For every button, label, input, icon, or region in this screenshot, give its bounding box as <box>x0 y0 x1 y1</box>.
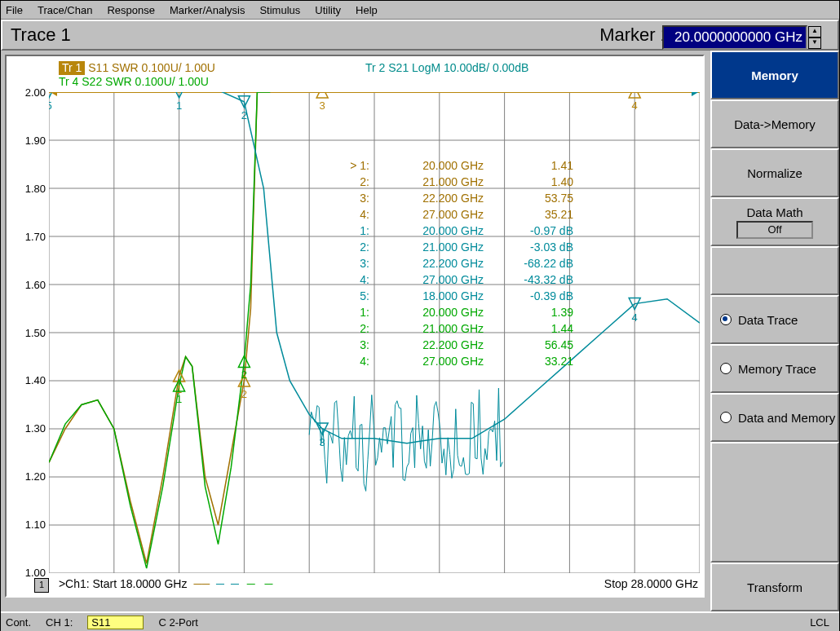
svg-text:1: 1 <box>176 99 182 112</box>
marker-readout-row: 2:21.000 GHz1.40 <box>337 174 573 190</box>
svg-text:5: 5 <box>49 99 52 112</box>
status-s11[interactable]: S11 <box>87 616 144 629</box>
softkey-column: Memory Data->Memory Normalize Data Math … <box>710 51 839 611</box>
start-freq-label: >Ch1: Start 18.0000 GHz <box>59 577 188 590</box>
plot-frame: Tr 1 S11 SWR 0.100U/ 1.00U Tr 4 S22 SWR … <box>5 55 705 598</box>
marker-readout-row: 3:22.200 GHz53.75 <box>337 190 573 206</box>
marker-readout-row: 2:21.000 GHz1.44 <box>337 320 573 337</box>
marker-readout-row: 1:20.000 GHz1.39 <box>337 304 573 320</box>
marker-readout-row: 4:27.000 GHz35.21 <box>337 206 573 223</box>
softkey-data-and-memory[interactable]: Data and Memory <box>710 393 839 442</box>
svg-text:4: 4 <box>632 99 638 112</box>
y-tick: 1.20 <box>13 470 46 483</box>
y-tick: 1.80 <box>13 183 46 195</box>
svg-text:2: 2 <box>241 109 247 121</box>
trace-legend-left: Tr 1 S11 SWR 0.100U/ 1.00U Tr 4 S22 SWR … <box>59 61 215 89</box>
radio-on-icon <box>720 314 732 325</box>
svg-text:1: 1 <box>176 393 182 405</box>
radio-off-icon <box>720 412 732 423</box>
radio-off-icon <box>720 363 732 374</box>
main-row: Tr 1 S11 SWR 0.100U/ 1.00U Tr 4 S22 SWR … <box>1 51 839 611</box>
status-ch: CH 1: <box>46 616 73 629</box>
softkey-empty-1 <box>710 246 839 295</box>
status-cont: Cont. <box>6 616 31 629</box>
status-port: C 2-Port <box>158 616 197 629</box>
marker-readout-row: 2:21.000 GHz-3.03 dB <box>337 239 573 255</box>
menu-file[interactable]: File <box>6 4 23 16</box>
marker-readout-row: 5:18.000 GHz-0.39 dB <box>337 288 573 304</box>
marker-value-field: ▲ ▼ <box>662 25 821 50</box>
softkey-data-trace[interactable]: Data Trace <box>710 295 839 344</box>
softkey-normalize[interactable]: Normalize <box>710 148 839 197</box>
tr1-legend: S11 SWR 0.100U/ 1.00U <box>88 61 215 74</box>
marker-readout-row: > 1:20.000 GHz1.41 <box>337 157 573 174</box>
tr2-legend: Tr 2 S21 LogM 10.00dB/ 0.00dB <box>365 61 528 74</box>
svg-text:3: 3 <box>320 436 325 448</box>
x-axis-info: 1 >Ch1: Start 18.0000 GHz ── ─ ─ ─ ─ Sto… <box>34 577 698 593</box>
marker-readout-row: 3:22.200 GHz-68.22 dB <box>337 255 573 271</box>
legend-line-gold-icon: ── <box>193 577 210 590</box>
softkey-data-to-memory[interactable]: Data->Memory <box>710 99 839 148</box>
y-tick: 1.30 <box>13 422 46 435</box>
svg-marker-34 <box>316 92 328 98</box>
tr4-legend: Tr 4 S22 SWR 0.100U/ 1.00U <box>59 75 215 89</box>
y-tick: 1.40 <box>13 374 46 386</box>
stop-freq-label: Stop 28.0000 GHz <box>604 577 698 590</box>
svg-text:3: 3 <box>320 99 325 112</box>
svg-text:4: 4 <box>632 311 638 324</box>
menu-utility[interactable]: Utility <box>315 4 341 16</box>
spin-down-icon[interactable]: ▼ <box>808 38 821 49</box>
menu-bar: File Trace/Chan Response Marker/Analysis… <box>1 1 839 20</box>
softkey-memory-trace[interactable]: Memory Trace <box>710 344 839 393</box>
svg-text:2: 2 <box>241 388 247 400</box>
marker-readout-table: > 1:20.000 GHz1.412:21.000 GHz1.403:22.2… <box>337 157 573 369</box>
spin-up-icon[interactable]: ▲ <box>808 26 821 38</box>
trace-title: Trace 1 <box>11 24 71 46</box>
menu-stimulus[interactable]: Stimulus <box>259 4 300 16</box>
softkey-data-math[interactable]: Data Math Off <box>710 197 839 246</box>
status-bar: Cont. CH 1: S11 C 2-Port LCL <box>1 611 839 631</box>
data-math-value: Off <box>736 221 813 239</box>
menu-trace-chan[interactable]: Trace/Chan <box>38 4 92 16</box>
y-tick: 1.10 <box>13 518 46 531</box>
tr1-active-badge: Tr 1 <box>59 61 85 75</box>
menu-response[interactable]: Response <box>107 4 155 16</box>
legend-line-teal-icon: ─ ─ <box>216 577 241 590</box>
legend-line-green-icon: ─ ─ <box>247 577 276 590</box>
softkey-transform[interactable]: Transform <box>710 563 839 611</box>
active-marker-label: Marker 1 <box>599 24 670 46</box>
marker-readout-row: 1:20.000 GHz-0.97 dB <box>337 223 573 239</box>
softkey-memory[interactable]: Memory <box>710 51 839 99</box>
marker-readout-row: 3:22.200 GHz56.45 <box>337 337 573 353</box>
marker-readout-row: 4:27.000 GHz-43.32 dB <box>337 271 573 288</box>
y-tick: 1.50 <box>13 327 46 339</box>
marker-value-input[interactable] <box>662 25 807 50</box>
svg-text:2: 2 <box>241 368 247 381</box>
softkey-empty-2 <box>710 442 839 563</box>
y-tick: 1.90 <box>13 135 46 147</box>
y-tick: 1.60 <box>13 279 46 291</box>
plot-column: Tr 1 S11 SWR 0.100U/ 1.00U Tr 4 S22 SWR … <box>1 51 710 611</box>
status-lcl: LCL <box>810 616 829 629</box>
marker-spin: ▲ ▼ <box>808 26 821 49</box>
menu-marker-analysis[interactable]: Marker/Analysis <box>170 4 245 16</box>
header-strip: Trace 1 Marker 1 ▲ ▼ <box>1 20 839 51</box>
y-tick: 1.70 <box>13 231 46 243</box>
menu-help[interactable]: Help <box>356 4 378 16</box>
marker-readout-row: 4:27.000 GHz33.21 <box>337 353 573 369</box>
app-window: File Trace/Chan Response Marker/Analysis… <box>0 0 840 631</box>
y-tick: 2.00 <box>13 86 46 99</box>
channel-badge[interactable]: 1 <box>34 578 49 593</box>
